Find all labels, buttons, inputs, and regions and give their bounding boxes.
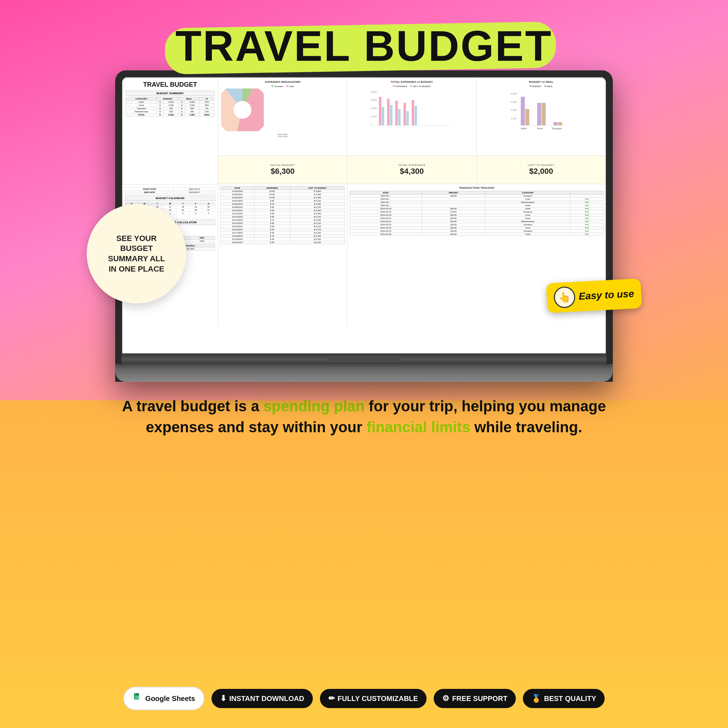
panel-expenses-breakdown: EXPENSES BREAKDOWN Transport Hotel [218, 78, 347, 156]
table-row: $ 20 [254, 203, 290, 206]
table-row: $ 45 [254, 238, 290, 241]
table-row [422, 204, 485, 207]
description-text: A travel budget is a spending plan for y… [80, 396, 648, 438]
easy-badge-label: Easy to use [579, 288, 635, 302]
expenses-legend: Transport Hotel [221, 85, 344, 87]
table-row: 2024-03-26 [350, 233, 422, 236]
table-row: PAID [570, 220, 604, 223]
cal-sat: S [202, 202, 215, 205]
table-row: 5,300 [163, 113, 179, 116]
table-row: Transport [485, 229, 570, 233]
table-row: Hotel [485, 207, 570, 210]
table-row: 2024-03-... [350, 201, 422, 204]
table-row: $ 90 [254, 225, 290, 228]
table-row: 2024-03-23 [350, 223, 422, 226]
table-row: $ 6,265 [290, 231, 345, 235]
svg-text:2,000: 2,000 [371, 115, 377, 118]
col-date: DATE [350, 191, 422, 194]
title-banner: TRAVEL BUDGET [176, 21, 553, 70]
table-row: $ 25 [254, 228, 290, 231]
budget-circle-badge: SEE YOURBUSGETSUMMARY ALLIN ONE PLACE [87, 204, 186, 304]
col-left-to-budget: LEFT TO BUDGET [290, 187, 345, 190]
table-row: $ [179, 104, 185, 107]
panel-left-to-budget-box: LEFT TO BUDGET $2,000 [477, 156, 606, 184]
col-date: DATE [221, 187, 254, 190]
table-row: 330.00 [422, 229, 485, 233]
svg-rect-14 [398, 109, 401, 125]
table-row: 2024-03-... [350, 204, 422, 207]
table-row: PAID [570, 226, 604, 229]
list-item [177, 215, 190, 218]
table-row: $ 100 [254, 193, 290, 196]
highlight-spending-plan: spending plan [263, 398, 365, 414]
table-row: 100.00 [422, 194, 485, 198]
table-row: $ 90 [254, 222, 290, 225]
col-expenses: EXPENSES [254, 187, 290, 190]
table-row: 12% [199, 110, 214, 113]
table-row: 35% [199, 104, 214, 107]
description-area: A travel budget is a spending plan for y… [44, 396, 684, 438]
table-row: Food [485, 217, 570, 220]
table-row: $ [179, 113, 185, 116]
svg-text:3,000: 3,000 [511, 101, 517, 103]
table-row: Food [485, 198, 570, 201]
table-row: 4,300 [185, 113, 199, 116]
table-row: PAID [570, 229, 604, 233]
svg-text:8,000: 8,000 [371, 91, 377, 93]
legend-transport: Transport [271, 85, 283, 87]
table-row: 2,000 [185, 101, 199, 104]
budget-calendar-title: BUDGET CALENDAR [125, 196, 215, 201]
col-category: CATEGORY [126, 97, 157, 101]
easy-to-use-badge: 👆 Easy to use [546, 278, 642, 313]
laptop-base [122, 354, 606, 364]
table-row: 01/19/2024 [221, 238, 254, 241]
table-row: Transport [126, 107, 157, 110]
list-item: 2 [177, 212, 190, 215]
total-expenses-label: TOTAL EXPENSES [398, 164, 425, 167]
table-row: 1,500 [185, 104, 199, 107]
svg-text:0: 0 [371, 123, 372, 126]
table-row: $ [179, 110, 185, 113]
laptop-container: SEE YOURBUSGETSUMMARY ALLIN ONE PLACE 👆 … [115, 70, 613, 382]
table-row: 2024-03-20 [350, 214, 422, 217]
table-row: 300 [163, 107, 179, 110]
table-row: PAID [570, 223, 604, 226]
table-row: 2024-03-24 [350, 226, 422, 229]
table-row: 500 [185, 110, 199, 113]
svg-rect-11 [387, 99, 390, 125]
table-row: 01/15/2024 [221, 225, 254, 228]
table-row: Hotel [485, 204, 570, 207]
table-row: PAID [570, 204, 604, 207]
laptop-outer: TRAVEL BUDGET BUDGET SUMMARY CATEGORY BU… [115, 70, 613, 382]
svg-rect-30 [554, 122, 558, 125]
end-date-value: 2024-05-07 [174, 191, 215, 194]
table-row: 100% [199, 113, 214, 116]
svg-rect-16 [406, 111, 409, 125]
table-row: 01/13/2024 [221, 219, 254, 222]
table-row: 01/16/2024 [221, 228, 254, 231]
table-row: $ 6,280 [290, 203, 345, 206]
transactions-table: DATE EXPENSES LEFT TO BUDGET 01/04/2024$… [220, 186, 345, 244]
list-item: 24 [164, 209, 177, 212]
svg-rect-28 [541, 103, 546, 125]
table-row: 01/04/2024 [221, 190, 254, 193]
list-item: 3 [190, 212, 202, 215]
table-row: PAID [570, 207, 604, 210]
table-row: $ 6,275 [290, 228, 345, 231]
list-item: 26 [190, 209, 202, 212]
panel-initial-budget-box: INITIAL BUDGET $6,300 [218, 156, 347, 184]
table-row: 7% [199, 107, 214, 110]
table-row: Food [485, 226, 570, 229]
table-row: $ 6,255 [290, 238, 345, 241]
col-hkd: HKD [189, 236, 215, 240]
table-row: 320.00 [422, 226, 485, 229]
left-budget-label: LEFT TO BUDGET [528, 164, 555, 167]
table-row [570, 194, 604, 198]
table-row: 340.00 [422, 233, 485, 236]
table-row: 2024-03-18 [350, 207, 422, 210]
table-row: 290.00 [422, 217, 485, 220]
spreadsheet-title: TRAVEL BUDGET [126, 81, 214, 89]
laptop-bottom [115, 364, 613, 382]
laptop-trackpad [329, 356, 399, 362]
table-row: $ 6,266 [290, 235, 345, 238]
